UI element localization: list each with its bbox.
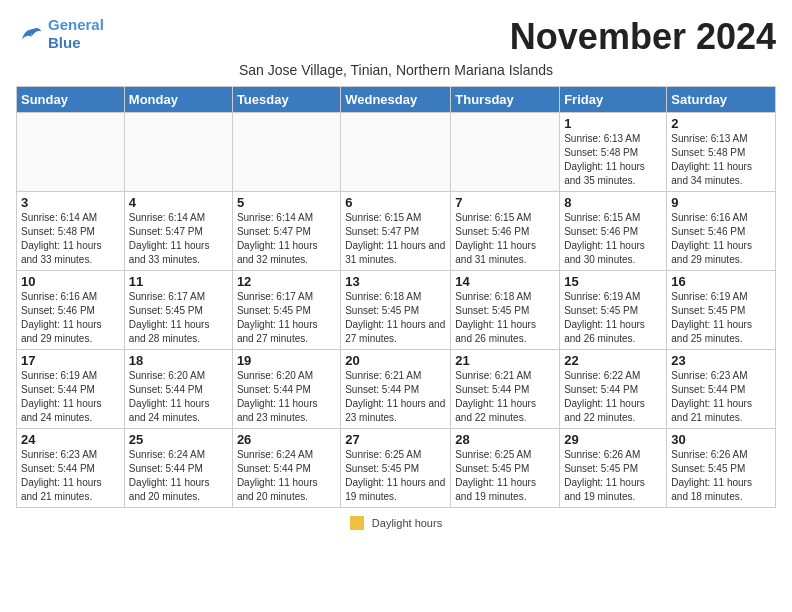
- day-info: Sunrise: 6:20 AM Sunset: 5:44 PM Dayligh…: [237, 369, 336, 425]
- day-info: Sunrise: 6:19 AM Sunset: 5:44 PM Dayligh…: [21, 369, 120, 425]
- day-info: Sunrise: 6:13 AM Sunset: 5:48 PM Dayligh…: [564, 132, 662, 188]
- day-info: Sunrise: 6:19 AM Sunset: 5:45 PM Dayligh…: [671, 290, 771, 346]
- calendar-cell: 19Sunrise: 6:20 AM Sunset: 5:44 PM Dayli…: [232, 350, 340, 429]
- calendar-cell: 3Sunrise: 6:14 AM Sunset: 5:48 PM Daylig…: [17, 192, 125, 271]
- day-number: 10: [21, 274, 120, 289]
- location-subtitle: San Jose Village, Tinian, Northern Maria…: [16, 62, 776, 78]
- calendar-cell: 7Sunrise: 6:15 AM Sunset: 5:46 PM Daylig…: [451, 192, 560, 271]
- logo-text: General Blue: [48, 16, 104, 52]
- calendar-week-row: 3Sunrise: 6:14 AM Sunset: 5:48 PM Daylig…: [17, 192, 776, 271]
- day-number: 29: [564, 432, 662, 447]
- calendar-cell: 21Sunrise: 6:21 AM Sunset: 5:44 PM Dayli…: [451, 350, 560, 429]
- day-info: Sunrise: 6:23 AM Sunset: 5:44 PM Dayligh…: [671, 369, 771, 425]
- calendar-cell: 20Sunrise: 6:21 AM Sunset: 5:44 PM Dayli…: [341, 350, 451, 429]
- day-info: Sunrise: 6:18 AM Sunset: 5:45 PM Dayligh…: [455, 290, 555, 346]
- legend: Daylight hours: [16, 516, 776, 530]
- calendar-week-row: 17Sunrise: 6:19 AM Sunset: 5:44 PM Dayli…: [17, 350, 776, 429]
- day-number: 16: [671, 274, 771, 289]
- calendar-cell: [341, 113, 451, 192]
- calendar-cell: 24Sunrise: 6:23 AM Sunset: 5:44 PM Dayli…: [17, 429, 125, 508]
- day-info: Sunrise: 6:17 AM Sunset: 5:45 PM Dayligh…: [129, 290, 228, 346]
- legend-color-box: [350, 516, 364, 530]
- logo-line2: Blue: [48, 34, 81, 51]
- calendar-cell: 22Sunrise: 6:22 AM Sunset: 5:44 PM Dayli…: [560, 350, 667, 429]
- day-number: 19: [237, 353, 336, 368]
- calendar-cell: 15Sunrise: 6:19 AM Sunset: 5:45 PM Dayli…: [560, 271, 667, 350]
- day-number: 5: [237, 195, 336, 210]
- day-info: Sunrise: 6:21 AM Sunset: 5:44 PM Dayligh…: [455, 369, 555, 425]
- calendar-week-row: 24Sunrise: 6:23 AM Sunset: 5:44 PM Dayli…: [17, 429, 776, 508]
- day-info: Sunrise: 6:23 AM Sunset: 5:44 PM Dayligh…: [21, 448, 120, 504]
- day-info: Sunrise: 6:16 AM Sunset: 5:46 PM Dayligh…: [671, 211, 771, 267]
- day-number: 6: [345, 195, 446, 210]
- day-number: 15: [564, 274, 662, 289]
- calendar-cell: 28Sunrise: 6:25 AM Sunset: 5:45 PM Dayli…: [451, 429, 560, 508]
- day-number: 11: [129, 274, 228, 289]
- day-info: Sunrise: 6:17 AM Sunset: 5:45 PM Dayligh…: [237, 290, 336, 346]
- calendar-cell: 23Sunrise: 6:23 AM Sunset: 5:44 PM Dayli…: [667, 350, 776, 429]
- day-info: Sunrise: 6:19 AM Sunset: 5:45 PM Dayligh…: [564, 290, 662, 346]
- calendar-cell: 17Sunrise: 6:19 AM Sunset: 5:44 PM Dayli…: [17, 350, 125, 429]
- day-number: 17: [21, 353, 120, 368]
- day-number: 22: [564, 353, 662, 368]
- calendar-week-row: 10Sunrise: 6:16 AM Sunset: 5:46 PM Dayli…: [17, 271, 776, 350]
- calendar-cell: 16Sunrise: 6:19 AM Sunset: 5:45 PM Dayli…: [667, 271, 776, 350]
- calendar-cell: 11Sunrise: 6:17 AM Sunset: 5:45 PM Dayli…: [124, 271, 232, 350]
- weekday-header: Wednesday: [341, 87, 451, 113]
- day-info: Sunrise: 6:24 AM Sunset: 5:44 PM Dayligh…: [237, 448, 336, 504]
- day-number: 3: [21, 195, 120, 210]
- day-number: 14: [455, 274, 555, 289]
- day-info: Sunrise: 6:16 AM Sunset: 5:46 PM Dayligh…: [21, 290, 120, 346]
- day-info: Sunrise: 6:26 AM Sunset: 5:45 PM Dayligh…: [564, 448, 662, 504]
- day-number: 1: [564, 116, 662, 131]
- logo-line1: General: [48, 16, 104, 33]
- day-number: 8: [564, 195, 662, 210]
- calendar-cell: 18Sunrise: 6:20 AM Sunset: 5:44 PM Dayli…: [124, 350, 232, 429]
- page-header: General Blue November 2024: [16, 16, 776, 58]
- calendar-cell: 26Sunrise: 6:24 AM Sunset: 5:44 PM Dayli…: [232, 429, 340, 508]
- calendar-cell: 1Sunrise: 6:13 AM Sunset: 5:48 PM Daylig…: [560, 113, 667, 192]
- weekday-header: Friday: [560, 87, 667, 113]
- calendar-cell: 4Sunrise: 6:14 AM Sunset: 5:47 PM Daylig…: [124, 192, 232, 271]
- day-info: Sunrise: 6:15 AM Sunset: 5:46 PM Dayligh…: [455, 211, 555, 267]
- day-info: Sunrise: 6:20 AM Sunset: 5:44 PM Dayligh…: [129, 369, 228, 425]
- weekday-header: Thursday: [451, 87, 560, 113]
- calendar-cell: [17, 113, 125, 192]
- calendar-cell: [232, 113, 340, 192]
- weekday-header: Sunday: [17, 87, 125, 113]
- weekday-header: Tuesday: [232, 87, 340, 113]
- day-info: Sunrise: 6:24 AM Sunset: 5:44 PM Dayligh…: [129, 448, 228, 504]
- day-number: 18: [129, 353, 228, 368]
- calendar-week-row: 1Sunrise: 6:13 AM Sunset: 5:48 PM Daylig…: [17, 113, 776, 192]
- calendar-cell: 9Sunrise: 6:16 AM Sunset: 5:46 PM Daylig…: [667, 192, 776, 271]
- day-number: 27: [345, 432, 446, 447]
- logo-icon: [16, 20, 44, 48]
- calendar-header-row: SundayMondayTuesdayWednesdayThursdayFrid…: [17, 87, 776, 113]
- calendar-cell: 8Sunrise: 6:15 AM Sunset: 5:46 PM Daylig…: [560, 192, 667, 271]
- day-info: Sunrise: 6:26 AM Sunset: 5:45 PM Dayligh…: [671, 448, 771, 504]
- day-info: Sunrise: 6:25 AM Sunset: 5:45 PM Dayligh…: [345, 448, 446, 504]
- calendar-cell: 27Sunrise: 6:25 AM Sunset: 5:45 PM Dayli…: [341, 429, 451, 508]
- day-number: 26: [237, 432, 336, 447]
- month-title: November 2024: [510, 16, 776, 58]
- day-info: Sunrise: 6:18 AM Sunset: 5:45 PM Dayligh…: [345, 290, 446, 346]
- calendar-cell: 30Sunrise: 6:26 AM Sunset: 5:45 PM Dayli…: [667, 429, 776, 508]
- day-number: 7: [455, 195, 555, 210]
- day-info: Sunrise: 6:13 AM Sunset: 5:48 PM Dayligh…: [671, 132, 771, 188]
- day-info: Sunrise: 6:14 AM Sunset: 5:47 PM Dayligh…: [129, 211, 228, 267]
- day-info: Sunrise: 6:22 AM Sunset: 5:44 PM Dayligh…: [564, 369, 662, 425]
- calendar-cell: 13Sunrise: 6:18 AM Sunset: 5:45 PM Dayli…: [341, 271, 451, 350]
- day-number: 13: [345, 274, 446, 289]
- day-info: Sunrise: 6:21 AM Sunset: 5:44 PM Dayligh…: [345, 369, 446, 425]
- calendar-cell: 10Sunrise: 6:16 AM Sunset: 5:46 PM Dayli…: [17, 271, 125, 350]
- calendar-cell: 25Sunrise: 6:24 AM Sunset: 5:44 PM Dayli…: [124, 429, 232, 508]
- calendar-cell: 6Sunrise: 6:15 AM Sunset: 5:47 PM Daylig…: [341, 192, 451, 271]
- calendar-cell: [124, 113, 232, 192]
- logo: General Blue: [16, 16, 104, 52]
- calendar-cell: [451, 113, 560, 192]
- calendar-cell: 29Sunrise: 6:26 AM Sunset: 5:45 PM Dayli…: [560, 429, 667, 508]
- calendar-cell: 2Sunrise: 6:13 AM Sunset: 5:48 PM Daylig…: [667, 113, 776, 192]
- day-info: Sunrise: 6:25 AM Sunset: 5:45 PM Dayligh…: [455, 448, 555, 504]
- day-number: 23: [671, 353, 771, 368]
- day-info: Sunrise: 6:14 AM Sunset: 5:47 PM Dayligh…: [237, 211, 336, 267]
